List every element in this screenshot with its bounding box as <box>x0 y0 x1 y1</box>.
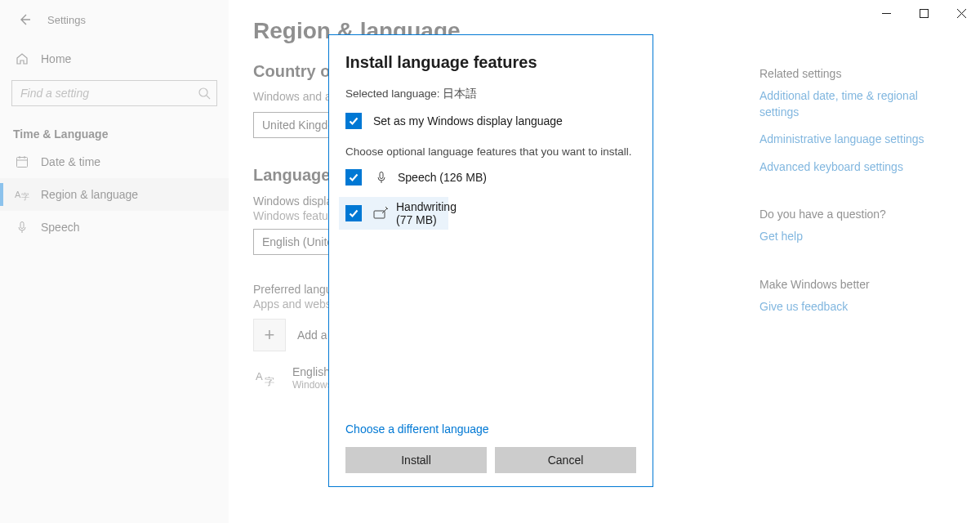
feature-speech[interactable]: Speech (126 MB) <box>345 169 636 186</box>
link-advanced-keyboard[interactable]: Advanced keyboard settings <box>760 159 947 176</box>
cancel-button[interactable]: Cancel <box>495 447 636 473</box>
nav-item-speech[interactable]: Speech <box>0 211 229 244</box>
link-additional-regional[interactable]: Additional date, time & regional setting… <box>760 88 947 120</box>
window-controls <box>867 0 980 26</box>
dialog-choose-text: Choose optional language features that y… <box>345 145 636 158</box>
svg-rect-6 <box>17 158 28 168</box>
link-choose-different-language[interactable]: Choose a different language <box>345 422 636 436</box>
option-set-display-language[interactable]: Set as my Windows display language <box>345 113 636 129</box>
calendar-icon <box>15 155 29 168</box>
search-wrap <box>11 80 217 106</box>
mic-icon <box>373 171 390 184</box>
nav-item-region-language[interactable]: A字 Region & language <box>0 178 229 211</box>
svg-rect-12 <box>20 222 24 229</box>
maximize-button[interactable] <box>905 0 942 26</box>
search-input[interactable] <box>11 80 217 106</box>
right-column: Related settings Additional date, time &… <box>760 18 947 523</box>
sidebar: Settings Home Time & Language Date & tim… <box>0 0 229 523</box>
nav-item-label: Date & time <box>41 155 100 168</box>
dialog-selected-value: 日本語 <box>443 87 477 100</box>
search-icon <box>198 87 211 100</box>
option-set-display-label: Set as my Windows display language <box>373 114 563 127</box>
link-administrative-language[interactable]: Administrative language settings <box>760 132 947 148</box>
link-feedback[interactable]: Give us feedback <box>760 299 947 315</box>
checkbox-checked-icon <box>345 205 362 221</box>
svg-line-5 <box>207 96 210 99</box>
language-icon: A字 <box>15 187 29 202</box>
close-button[interactable] <box>942 0 980 26</box>
feature-handwriting[interactable]: Handwriting (77 MB) <box>339 197 448 230</box>
svg-text:字: 字 <box>265 376 274 387</box>
checkbox-checked-icon <box>345 113 362 129</box>
title-bar: Settings <box>0 0 229 39</box>
app-title: Settings <box>47 14 86 26</box>
svg-text:A: A <box>256 370 263 382</box>
plus-icon: + <box>253 319 286 351</box>
svg-rect-15 <box>380 172 383 179</box>
nav-home-label: Home <box>41 52 71 65</box>
nav-item-label: Speech <box>41 221 79 234</box>
related-settings-heading: Related settings <box>760 67 947 80</box>
mic-icon <box>15 221 29 234</box>
link-get-help[interactable]: Get help <box>760 229 947 245</box>
svg-text:A: A <box>15 190 21 199</box>
feature-handwriting-label: Handwriting (77 MB) <box>396 200 457 226</box>
checkbox-checked-icon <box>345 169 362 186</box>
nav-item-date-time[interactable]: Date & time <box>0 145 229 178</box>
dialog-selected-prefix: Selected language: <box>345 87 443 100</box>
svg-text:字: 字 <box>21 192 29 201</box>
minimize-button[interactable] <box>867 0 905 26</box>
home-icon <box>15 52 29 65</box>
nav-category: Time & Language <box>0 119 229 145</box>
svg-rect-1 <box>920 9 928 17</box>
better-heading: Make Windows better <box>760 278 947 291</box>
nav-home[interactable]: Home <box>0 42 229 75</box>
pen-tablet-icon <box>373 207 388 220</box>
install-button[interactable]: Install <box>345 447 487 473</box>
dialog-selected-language: Selected language: 日本語 <box>345 87 636 101</box>
app-root: Settings Home Time & Language Date & tim… <box>0 0 980 523</box>
question-heading: Do you have a question? <box>760 208 947 221</box>
nav-item-label: Region & language <box>41 188 138 201</box>
install-language-dialog: Install language features Selected langu… <box>328 34 653 487</box>
dialog-title: Install language features <box>345 53 636 72</box>
feature-speech-label: Speech (126 MB) <box>398 171 487 184</box>
dialog-actions: Install Cancel <box>345 447 636 473</box>
arrow-left-icon <box>17 12 32 27</box>
svg-point-4 <box>199 88 207 96</box>
back-button[interactable] <box>13 8 36 31</box>
language-entry-icon: A字 <box>253 364 281 392</box>
